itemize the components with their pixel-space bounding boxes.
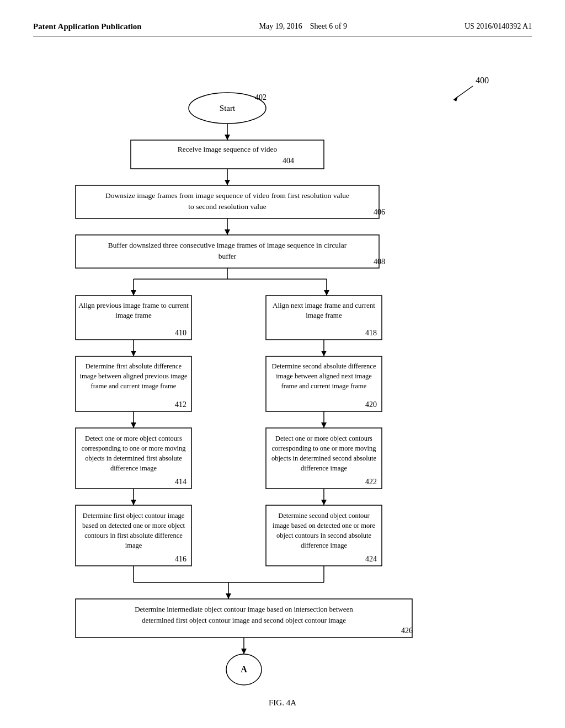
- node-412-label-line2: image between aligned previous image: [79, 372, 188, 380]
- connector-a-label: A: [241, 665, 247, 674]
- node-406-label-line2: to second resolution value: [188, 202, 266, 211]
- start-label: Start: [220, 104, 236, 113]
- svg-marker-13: [324, 290, 329, 296]
- node-418-label-line1: Align next image frame and current: [273, 301, 375, 309]
- node-416-label-line2: based on detected one or more object: [82, 522, 185, 529]
- svg-marker-17: [321, 351, 327, 356]
- node-414-label-line2: corresponding to one or more moving: [81, 445, 186, 452]
- node-416-label-line1: Determine first object contour image: [83, 512, 185, 520]
- node-410-label-line1: Align previous image frame to current: [78, 301, 189, 309]
- node-404: [131, 140, 324, 169]
- page: Patent Application Publication May 19, 2…: [0, 0, 565, 728]
- node-406-ref: 406: [374, 208, 385, 216]
- svg-marker-5: [225, 180, 230, 185]
- start-ref: 402: [255, 93, 266, 101]
- node-404-ref: 404: [282, 157, 294, 165]
- node-408: [76, 235, 379, 268]
- svg-marker-32: [241, 649, 247, 654]
- header-publication-label: Patent Application Publication: [33, 22, 142, 31]
- svg-marker-30: [226, 593, 231, 599]
- node-414-label-line3: objects in determined first absolute: [85, 454, 182, 462]
- node-416-label-line4: image: [125, 542, 142, 549]
- flowchart-svg: 400 Start 402 Receive image sequence of …: [45, 53, 520, 693]
- node-410-ref: 410: [175, 329, 186, 337]
- node-414-label-line4: difference image: [110, 464, 157, 472]
- node-412-ref: 412: [175, 400, 186, 409]
- header-date-sheet: May 19, 2016 Sheet 6 of 9: [259, 22, 347, 31]
- node-418-ref: 418: [365, 329, 377, 337]
- node-414-label-line1: Detect one or more object contours: [85, 435, 182, 442]
- node-406-label-line1: Downsize image frames from image sequenc…: [105, 191, 349, 200]
- node-408-label-line2: buffer: [218, 252, 237, 260]
- node-422-label-line4: difference image: [301, 464, 348, 472]
- svg-marker-15: [131, 351, 136, 356]
- svg-marker-25: [321, 500, 327, 505]
- node-408-ref: 408: [374, 258, 385, 266]
- header: Patent Application Publication May 19, 2…: [33, 22, 532, 36]
- node-420-label-line2: image between aligned next image: [276, 372, 372, 380]
- node-426-label-line1: Determine intermediate object contour im…: [135, 605, 353, 613]
- node-406: [76, 185, 379, 218]
- svg-marker-7: [225, 229, 230, 235]
- node-404-label-line1: Receive image sequence of video: [178, 145, 278, 153]
- node-422-ref: 422: [365, 478, 377, 486]
- svg-marker-11: [131, 290, 136, 296]
- svg-marker-1: [454, 96, 458, 101]
- node-424-ref: 424: [365, 555, 377, 563]
- node-424-label-line4: difference image: [301, 542, 348, 549]
- header-patent-num: US 2016/0140392 A1: [465, 22, 532, 31]
- node-426-label-line2: determined first object contour image an…: [142, 616, 346, 624]
- node-424-label-line1: Determine second object contour: [278, 512, 370, 520]
- node-420-label-line3: frame and current image frame: [281, 382, 367, 390]
- svg-marker-23: [131, 500, 136, 505]
- node-412-label-line3: frame and current image frame: [91, 382, 177, 390]
- figure-label: FIG. 4A: [33, 698, 532, 708]
- node-426-ref: 426: [401, 627, 413, 635]
- node-414-ref: 414: [175, 478, 186, 486]
- node-418-label-line2: image frame: [306, 311, 342, 319]
- node-420-ref: 420: [365, 400, 377, 409]
- node-412-label-line1: Determine first absolute difference: [86, 362, 182, 370]
- node-424-label-line3: object contours in second absolute: [276, 532, 372, 539]
- node-422-label-line3: objects in determined second absolute: [271, 454, 377, 462]
- svg-marker-21: [321, 422, 327, 428]
- node-416-label-line3: contours in first absolute difference: [84, 532, 183, 539]
- node-420-label-line1: Determine second absolute difference: [272, 362, 376, 370]
- node-422-label-line1: Detect one or more object contours: [275, 435, 372, 442]
- diagram: 400 Start 402 Receive image sequence of …: [33, 53, 532, 693]
- node-422-label-line2: corresponding to one or more moving: [271, 445, 376, 452]
- svg-marker-19: [131, 422, 136, 428]
- node-408-label-line1: Buffer downsized three consecutive image…: [108, 241, 347, 249]
- node-424-label-line2: image based on detected one or more: [273, 522, 375, 529]
- svg-marker-3: [225, 135, 230, 140]
- ref-400: 400: [476, 76, 489, 85]
- node-410-label-line2: image frame: [115, 311, 152, 319]
- node-416-ref: 416: [175, 555, 186, 563]
